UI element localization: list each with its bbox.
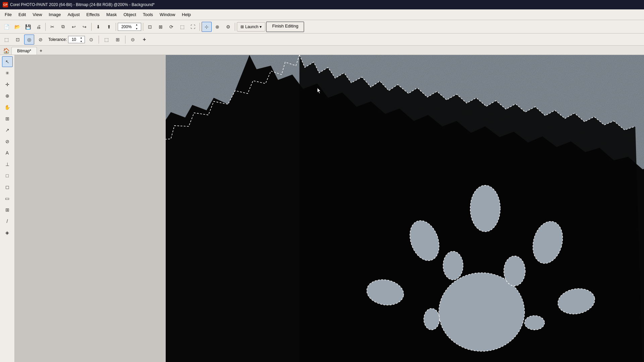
spray-tool[interactable]: ↗	[2, 125, 13, 135]
tol-up[interactable]: ▲	[79, 36, 83, 40]
clone-tool[interactable]: ⊞	[2, 113, 13, 124]
tol-down[interactable]: ▼	[79, 40, 83, 43]
sep1	[45, 23, 46, 31]
add-tab-button[interactable]: +	[37, 47, 45, 55]
text-tool[interactable]: A	[2, 147, 13, 158]
dropper-sel-button[interactable]: ⊙	[86, 35, 96, 45]
sep3	[116, 23, 116, 31]
adjust-tool[interactable]: ⊕	[2, 90, 13, 101]
zoom-input[interactable]: 200%	[118, 24, 135, 29]
app-title: Corel PHOTO-PAINT 2020 (64-Bit) - Bitmap…	[10, 2, 155, 7]
mask-button[interactable]: ⊗	[212, 22, 222, 32]
crop-tool[interactable]: ▭	[2, 193, 13, 204]
zoom-fit-button[interactable]: ⊡	[145, 22, 155, 32]
move-tool[interactable]: ✛	[2, 79, 13, 90]
print-button[interactable]: 🖨	[34, 22, 44, 32]
cut-button[interactable]: ✂	[47, 22, 57, 32]
fill-tool[interactable]: ◈	[2, 227, 13, 238]
scissors-button[interactable]: ⊘	[36, 35, 46, 45]
menu-file[interactable]: File	[1, 11, 15, 18]
home-tab[interactable]: 🏠	[1, 47, 11, 55]
main-toolbar: 📄 📂 💾 🖨 ✂ ⧉ ↩ ↪ ⬇ ⬆ 200% ▲ ▼ ⊡ ⊠ ⟳ ⬚ ⛶ ⊹…	[0, 20, 644, 34]
menu-help[interactable]: Help	[178, 11, 194, 18]
zoom-box[interactable]: 200% ▲ ▼	[118, 23, 141, 31]
shadow-tool[interactable]: ⊥	[2, 159, 13, 170]
pointer-tool[interactable]: ↖	[2, 56, 13, 67]
zoom-arrows[interactable]: ▲ ▼	[135, 23, 139, 31]
magic-wand-button[interactable]: ⊹	[202, 22, 212, 32]
canvas-area	[15, 55, 644, 362]
canvas-background-left	[15, 55, 166, 362]
menu-object[interactable]: Object	[120, 11, 140, 18]
starburst-tool[interactable]: ✳	[2, 68, 13, 78]
sel-additive-button[interactable]: ⊞	[113, 35, 123, 45]
secondary-toolbar: ⬚ ⊡ ◎ ⊘ Tolerance: 10 ▲ ▼ ⊙ ⬚ ⊞ ⊝ +	[0, 34, 644, 46]
view-button[interactable]: ⊠	[156, 22, 166, 32]
menu-bar: File Edit View Image Adjust Effects Mask…	[0, 9, 644, 20]
main-area: ↖ ✳ ✛ ⊕ ✋ ⊞ ↗ ⊘ A ⊥ □ ◻ ▭ ⊞ / ◈	[0, 55, 644, 362]
settings-button[interactable]: ⚙	[223, 22, 233, 32]
add-node-button[interactable]: +	[139, 35, 149, 45]
title-bar: CP Corel PHOTO-PAINT 2020 (64-Bit) - Bit…	[0, 0, 644, 9]
sel-normal-button[interactable]: ⬚	[101, 35, 111, 45]
pan-tool[interactable]: ✋	[2, 102, 13, 113]
launch-icon: ⊞	[240, 24, 244, 29]
zoom-up[interactable]: ▲	[135, 23, 139, 27]
menu-view[interactable]: View	[29, 11, 45, 18]
toolbox: ↖ ✳ ✛ ⊕ ✋ ⊞ ↗ ⊘ A ⊥ □ ◻ ▭ ⊞ / ◈	[0, 55, 15, 362]
checker-tool[interactable]: ⊞	[2, 204, 13, 215]
launch-button[interactable]: ⊞ Launch ▾	[237, 22, 265, 32]
save-button[interactable]: 💾	[23, 22, 33, 32]
menu-image[interactable]: Image	[45, 11, 64, 18]
sep5	[200, 23, 200, 31]
rect-tool[interactable]: □	[2, 170, 13, 181]
menu-effects[interactable]: Effects	[83, 11, 103, 18]
finish-editing-button[interactable]: Finish Editing	[266, 21, 304, 32]
bitmap-tab[interactable]: Bitmap*	[11, 47, 37, 55]
menu-edit[interactable]: Edit	[15, 11, 29, 18]
menu-adjust[interactable]: Adjust	[64, 11, 83, 18]
tolerance-arrows[interactable]: ▲ ▼	[79, 36, 83, 43]
launch-label: Launch	[245, 24, 258, 29]
select-button[interactable]: ⬚	[177, 22, 187, 32]
tolerance-label: Tolerance:	[48, 37, 67, 42]
sep4	[143, 23, 143, 31]
menu-window[interactable]: Window	[156, 11, 178, 18]
zoom-down[interactable]: ▼	[135, 27, 139, 31]
redo-button[interactable]: ↪	[79, 22, 90, 32]
launch-dropdown-icon[interactable]: ▾	[260, 24, 262, 29]
export-button[interactable]: ⬆	[104, 22, 114, 32]
sep8	[125, 36, 125, 44]
gear-image-svg	[166, 55, 644, 362]
eraser-tool[interactable]: ◻	[2, 182, 13, 192]
dropper-tool[interactable]: ⊘	[2, 136, 13, 147]
freehand-select-button[interactable]: ⊡	[13, 35, 23, 45]
tab-label: Bitmap*	[17, 49, 31, 53]
new-button[interactable]: 📄	[1, 22, 11, 32]
rect-select-button[interactable]: ⬚	[1, 35, 11, 45]
transform-button[interactable]: ⟳	[166, 22, 176, 32]
sep7	[99, 36, 99, 44]
sep6	[235, 23, 235, 31]
open-button[interactable]: 📂	[12, 22, 22, 32]
home-icon: 🏠	[3, 48, 10, 54]
tolerance-input[interactable]: 10	[68, 37, 79, 42]
sel-inverse-button[interactable]: ⊝	[128, 35, 138, 45]
crop-tool-button[interactable]: ⛶	[188, 22, 198, 32]
import-button[interactable]: ⬇	[93, 22, 103, 32]
tab-bar: 🏠 Bitmap* +	[0, 46, 644, 55]
menu-mask[interactable]: Mask	[103, 11, 120, 18]
brush-tool[interactable]: /	[2, 216, 13, 227]
menu-tools[interactable]: Tools	[140, 11, 156, 18]
copy-button[interactable]: ⧉	[58, 22, 68, 32]
app-icon: CP	[3, 2, 8, 7]
tolerance-box[interactable]: 10 ▲ ▼	[68, 36, 85, 43]
canvas-wrapper	[166, 55, 644, 362]
undo-button[interactable]: ↩	[69, 22, 79, 32]
magic-wand-sel-button[interactable]: ◎	[24, 35, 34, 45]
sep2	[91, 23, 92, 31]
